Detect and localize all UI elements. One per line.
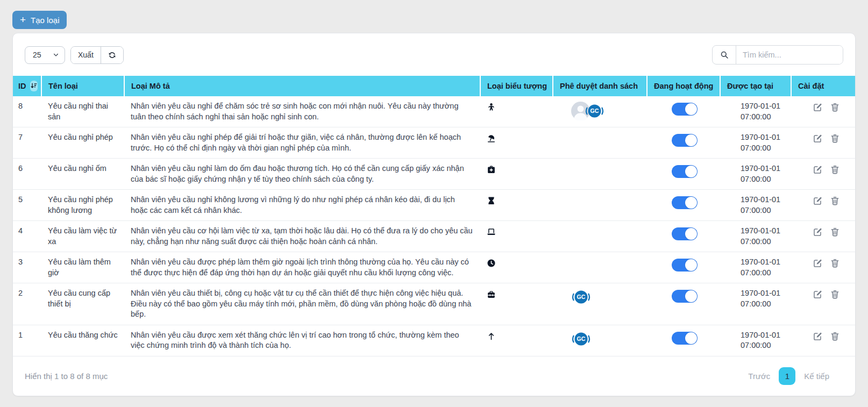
toggle-knob (685, 290, 697, 302)
cell-description: Nhân viên yêu cầu nghỉ làm do ốm đau hoặ… (124, 159, 480, 190)
trash-icon (830, 102, 840, 114)
cell-name: Yêu cầu làm việc từ xa (41, 221, 124, 252)
active-toggle[interactable] (672, 134, 698, 147)
cell-approvers (553, 127, 647, 159)
delete-button[interactable] (830, 102, 840, 114)
active-toggle[interactable] (672, 227, 698, 240)
table-header-row: IDTên loạiLoại Mô tảLoại biểu tượngPhê d… (13, 76, 855, 96)
edit-icon (813, 289, 823, 301)
edit-button[interactable] (813, 227, 823, 239)
edit-button[interactable] (813, 258, 823, 270)
active-toggle[interactable] (672, 259, 698, 272)
plus-icon: + (20, 15, 26, 25)
results-summary: Hiển thị 1 to 8 of 8 mục (25, 372, 108, 381)
delete-button[interactable] (830, 133, 840, 145)
cell-settings (791, 96, 855, 127)
cell-name: Yêu cầu nghỉ phép không lương (41, 190, 124, 221)
edit-button[interactable] (813, 196, 823, 208)
column-header-cai-dat[interactable]: Cài đặt (791, 76, 855, 96)
create-type-label: Tạo loại (31, 16, 59, 25)
cell-description: Nhân viên yêu cầu cơ hội làm việc từ xa,… (124, 221, 480, 252)
cell-active (647, 221, 720, 252)
cell-approvers: GC (553, 325, 647, 356)
pagination-page-1[interactable]: 1 (779, 367, 795, 385)
cell-settings (791, 221, 855, 252)
cell-id: 1 (13, 325, 41, 356)
cell-name: Yêu cầu làm thêm giờ (41, 252, 124, 283)
svg-text:GC: GC (590, 108, 599, 114)
cell-created-at: 1970-01-0107:00:00 (720, 221, 791, 252)
edit-icon (813, 133, 823, 145)
search-input[interactable] (736, 46, 843, 64)
delete-button[interactable] (830, 227, 840, 239)
active-toggle[interactable] (672, 196, 698, 209)
trash-icon (830, 331, 840, 343)
toggle-knob (685, 103, 697, 115)
cell-id: 7 (13, 127, 41, 159)
cell-type-icon (480, 283, 553, 325)
cell-settings (791, 159, 855, 190)
gc-avatar: GC (585, 103, 604, 119)
active-toggle[interactable] (672, 332, 698, 345)
cell-settings (791, 283, 855, 325)
active-toggle[interactable] (672, 290, 698, 303)
refresh-button[interactable] (101, 47, 123, 63)
edit-icon (813, 165, 823, 176)
create-type-button[interactable]: + Tạo loại (12, 11, 67, 29)
cell-active (647, 159, 720, 190)
page: + Tạo loại 25 Xuất (0, 0, 868, 396)
toggle-knob (685, 134, 697, 146)
page-size-select[interactable]: 25 (25, 46, 65, 64)
export-button[interactable]: Xuất (71, 47, 101, 63)
cell-id: 2 (13, 283, 41, 325)
toggle-knob (685, 332, 697, 344)
delete-button[interactable] (830, 165, 840, 176)
pagination-next[interactable]: Kế tiếp (804, 372, 829, 381)
delete-button[interactable] (830, 331, 840, 343)
edit-icon (813, 227, 823, 239)
cell-created-at: 1970-01-0107:00:00 (720, 190, 791, 221)
edit-button[interactable] (813, 133, 823, 145)
umbrella-beach-icon (487, 134, 496, 143)
cell-active (647, 190, 720, 221)
active-toggle[interactable] (672, 103, 698, 116)
trash-icon (830, 258, 840, 270)
toggle-knob (685, 228, 697, 240)
edit-icon (813, 331, 823, 343)
edit-button[interactable] (813, 102, 823, 114)
column-header-id[interactable]: ID (13, 76, 41, 96)
edit-button[interactable] (813, 289, 823, 301)
cell-active (647, 127, 720, 159)
delete-button[interactable] (830, 196, 840, 208)
cell-active (647, 283, 720, 325)
toolbox-icon (487, 290, 496, 299)
types-table: IDTên loạiLoại Mô tảLoại biểu tượngPhê d… (13, 76, 855, 356)
column-header-dang-hoat-dong[interactable]: Đang hoạt động (647, 76, 720, 96)
cell-settings (791, 127, 855, 159)
table-row: 5Yêu cầu nghỉ phép không lươngNhân viên … (13, 190, 855, 221)
column-header-loai-bieu-tuong[interactable]: Loại biểu tượng (480, 76, 553, 96)
delete-button[interactable] (830, 258, 840, 270)
medical-kit-icon (487, 165, 496, 174)
column-header-loai-mo-ta[interactable]: Loại Mô tả (124, 76, 480, 96)
cell-active (647, 96, 720, 127)
cell-type-icon (480, 190, 553, 221)
column-header-duoc-tao-tai[interactable]: Được tạo tại (720, 76, 791, 96)
delete-button[interactable] (830, 289, 840, 301)
sort-descending-icon[interactable] (30, 81, 38, 91)
toggle-knob (685, 259, 697, 271)
cell-created-at: 1970-01-0107:00:00 (720, 96, 791, 127)
edit-button[interactable] (813, 331, 823, 343)
cell-description: Nhân viên yêu cầu nghỉ phép để giải trí … (124, 127, 480, 159)
active-toggle[interactable] (672, 165, 698, 178)
cell-approvers: GC (553, 96, 647, 127)
card-footer: Hiển thị 1 to 8 of 8 mục Trước 1 Kế tiếp (13, 356, 855, 396)
clock-icon (487, 259, 496, 268)
trash-icon (830, 133, 840, 145)
column-header-ten-loai[interactable]: Tên loại (41, 76, 124, 96)
pagination-prev[interactable]: Trước (748, 372, 770, 381)
edit-button[interactable] (813, 165, 823, 176)
column-header-phe-duyet-danh-sach[interactable]: Phê duyệt danh sách (553, 76, 647, 96)
cell-created-at: 1970-01-0107:00:00 (720, 252, 791, 283)
hourglass-icon (487, 196, 496, 205)
